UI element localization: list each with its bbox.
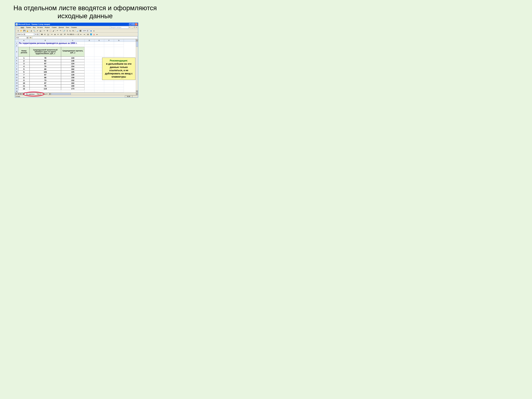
- font-name-combo[interactable]: Arial Cyr▾: [17, 33, 34, 36]
- cell[interactable]: 10: [18, 82, 30, 84]
- toolbar-options-icon[interactable]: ▸: [93, 29, 95, 32]
- menu-insert[interactable]: Вставка: [37, 26, 44, 28]
- cell[interactable]: [114, 47, 124, 57]
- cell[interactable]: 12: [18, 87, 30, 90]
- research-icon[interactable]: 🕮: [39, 29, 42, 32]
- column-header[interactable]: G: [114, 39, 124, 42]
- cell[interactable]: [30, 42, 61, 45]
- toolbar-grip[interactable]: [16, 29, 16, 32]
- sheet-tab[interactable]: Лист3: [42, 93, 49, 95]
- spellcheck-icon[interactable]: ✔: [36, 29, 39, 32]
- sheet-tab-active[interactable]: Исх данные: [24, 93, 37, 95]
- column-header[interactable]: C: [61, 39, 84, 42]
- cell[interactable]: [114, 90, 124, 92]
- menu-help[interactable]: Справка: [70, 26, 78, 28]
- toolbar-grip[interactable]: [16, 33, 16, 36]
- cell[interactable]: 159: [61, 84, 84, 87]
- cell[interactable]: 11: [18, 84, 30, 87]
- name-box[interactable]: H23 ▾: [16, 37, 29, 39]
- zoom-combo[interactable]: 100%▾: [82, 29, 89, 32]
- italic-button[interactable]: К: [44, 33, 46, 36]
- cell[interactable]: [114, 45, 124, 47]
- cell[interactable]: 195: [61, 70, 84, 73]
- autosum-icon[interactable]: Σ: [66, 29, 69, 32]
- cell[interactable]: [84, 59, 94, 62]
- cell[interactable]: [18, 45, 30, 47]
- select-all-corner[interactable]: [15, 39, 18, 42]
- cell[interactable]: [84, 73, 94, 76]
- cell[interactable]: [84, 65, 94, 68]
- menu-window[interactable]: Окно: [65, 26, 70, 28]
- sort-desc-icon[interactable]: Я↓: [72, 29, 75, 32]
- workbook-icon[interactable]: X: [17, 26, 19, 28]
- cell[interactable]: [94, 47, 104, 57]
- scroll-thumb[interactable]: [136, 42, 138, 47]
- row-header[interactable]: 15: [15, 87, 18, 90]
- increase-decimal-icon[interactable]: .0→: [73, 33, 76, 36]
- cell[interactable]: [84, 68, 94, 70]
- sort-asc-icon[interactable]: A↓: [69, 29, 72, 32]
- help-icon[interactable]: ◉: [89, 29, 92, 32]
- doc-restore-button[interactable]: ❐: [133, 27, 135, 28]
- cell[interactable]: Номер региона: [18, 47, 30, 57]
- cell[interactable]: [61, 42, 84, 45]
- cell[interactable]: Среднедневная зарплата, руб., y: [61, 47, 84, 57]
- tab-nav-next-icon[interactable]: ▶: [20, 93, 22, 95]
- scroll-thumb[interactable]: [51, 93, 71, 95]
- scroll-down-icon[interactable]: ▼: [136, 90, 138, 92]
- font-color-icon[interactable]: A: [93, 33, 95, 36]
- cell[interactable]: [114, 82, 124, 84]
- menu-view[interactable]: Вид: [32, 26, 37, 28]
- cell[interactable]: [84, 79, 94, 82]
- row-header[interactable]: 12: [15, 79, 18, 82]
- row-header[interactable]: 13: [15, 82, 18, 84]
- cell[interactable]: 154: [61, 65, 84, 68]
- cell[interactable]: 87: [30, 82, 61, 84]
- underline-button[interactable]: Ч: [47, 33, 50, 36]
- chart-wizard-icon[interactable]: 📊: [76, 29, 79, 32]
- doc-minimize-button[interactable]: _: [131, 27, 133, 28]
- cell[interactable]: 162: [61, 82, 84, 84]
- percent-icon[interactable]: %: [66, 33, 70, 36]
- column-header[interactable]: D: [84, 39, 94, 42]
- cell[interactable]: По территориям региона приводятся данные…: [18, 42, 30, 45]
- cell[interactable]: [94, 42, 104, 45]
- cell[interactable]: [61, 90, 84, 92]
- new-icon[interactable]: 🗋: [17, 29, 20, 32]
- chevron-down-icon[interactable]: ▾: [24, 34, 25, 35]
- cell[interactable]: [104, 47, 114, 57]
- help-search-input[interactable]: [110, 26, 129, 29]
- chevron-down-icon[interactable]: ▾: [37, 34, 38, 35]
- cell[interactable]: 134: [61, 62, 84, 65]
- cell[interactable]: 4: [18, 65, 30, 68]
- comma-icon[interactable]: 000: [70, 33, 72, 36]
- cell[interactable]: [114, 84, 124, 87]
- font-size-combo[interactable]: 10▾: [34, 33, 39, 36]
- permissions-icon[interactable]: 🔒: [26, 29, 29, 32]
- menu-edit[interactable]: Правка: [25, 26, 32, 28]
- hyperlink-icon[interactable]: 🔗: [63, 29, 66, 32]
- increase-indent-icon[interactable]: ⇥: [82, 33, 86, 36]
- drawing-icon[interactable]: 🖼: [79, 29, 82, 32]
- cell[interactable]: [104, 42, 114, 45]
- cell[interactable]: [84, 76, 94, 79]
- cell[interactable]: 158: [61, 76, 84, 79]
- cut-icon[interactable]: ✂: [43, 29, 46, 32]
- align-right-icon[interactable]: ≡: [57, 33, 59, 36]
- row-header[interactable]: 7: [15, 65, 18, 68]
- column-header[interactable]: B: [30, 39, 61, 42]
- cell[interactable]: [84, 57, 94, 59]
- cell[interactable]: 79: [30, 65, 61, 68]
- chevron-down-icon[interactable]: ▾: [87, 30, 89, 32]
- cell[interactable]: [84, 70, 94, 73]
- row-header[interactable]: 1: [15, 42, 18, 45]
- row-header[interactable]: 6: [15, 62, 18, 65]
- cell[interactable]: [84, 82, 94, 84]
- row-header[interactable]: 10: [15, 73, 18, 76]
- cell[interactable]: 3: [18, 62, 30, 65]
- cell[interactable]: 152: [61, 79, 84, 82]
- formula-input[interactable]: [32, 37, 138, 39]
- cell[interactable]: Среднедушевой прожиточный минимум в день…: [30, 47, 61, 57]
- merge-center-icon[interactable]: ⊟: [60, 33, 63, 36]
- bold-button[interactable]: Ж: [40, 33, 43, 36]
